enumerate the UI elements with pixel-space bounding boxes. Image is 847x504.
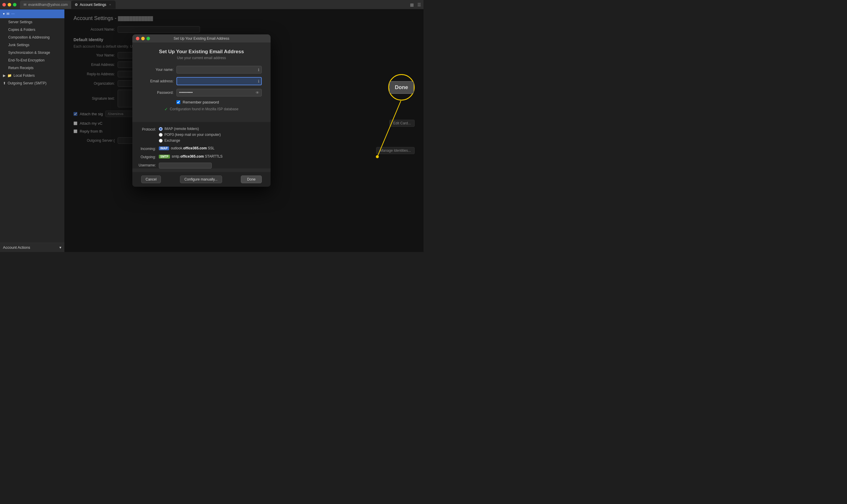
config-found-row: ✓ Configuration found in Mozilla ISP dat… — [141, 107, 262, 111]
username-label: Username: — [132, 163, 156, 167]
sidebar-item-outgoing-smtp[interactable]: ⬆ Outgoing Server (SMTP) — [0, 79, 65, 87]
imap-badge: IMAP — [159, 146, 169, 150]
dialog-heading: Set Up Your Existing Email Address — [141, 49, 262, 55]
remember-password-checkbox[interactable] — [177, 100, 180, 104]
tab-mail[interactable]: ✉ evankillham@yahoo.com — [20, 1, 71, 9]
sidebar-item-sync-storage[interactable]: Synchronization & Storage — [0, 49, 65, 56]
done-button-dialog[interactable]: Done — [241, 176, 262, 183]
outgoing-server-text: smtp.office365.com STARTTLS — [172, 155, 223, 159]
dialog-subheading: Use your current email address — [141, 56, 262, 60]
minimize-traffic-light[interactable] — [8, 3, 11, 6]
sidebar-item-copies-folders[interactable]: Copies & Folders — [0, 26, 65, 34]
dialog-minimize-light[interactable] — [141, 37, 145, 40]
dialog-password-input[interactable] — [177, 89, 262, 96]
done-button-highlighted[interactable]: Done — [390, 81, 414, 94]
dialog-password-label: Password: — [141, 91, 174, 95]
dialog-password-input-wrapper: 👁 — [177, 89, 262, 96]
traffic-lights — [2, 3, 16, 6]
remember-password-label: Remember password — [183, 100, 219, 104]
dialog-maximize-light[interactable] — [146, 37, 150, 40]
configure-manually-button[interactable]: Configure manually... — [180, 176, 222, 183]
local-folders-label: Local Folders — [14, 73, 35, 78]
dialog-email-label: Email address: — [141, 79, 174, 83]
dialog-password-field: Password: 👁 — [141, 89, 262, 96]
setup-email-dialog: Set Up Your Existing Email Address Set U… — [132, 34, 271, 187]
dialog-your-name-input[interactable] — [177, 66, 262, 73]
dialog-email-input[interactable] — [177, 77, 262, 85]
dialog-body: Set Up Your Existing Email Address Use y… — [132, 43, 271, 122]
incoming-label: Incoming: — [132, 146, 156, 151]
outgoing-label: Outgoing: — [132, 155, 156, 159]
sidebar-item-server-settings[interactable]: Server Settings — [0, 18, 65, 26]
dialog-close-light[interactable] — [136, 37, 139, 40]
checkmark-icon: ✓ — [164, 107, 168, 111]
tab-settings-label: Account Settings — [80, 3, 106, 7]
maximize-traffic-light[interactable] — [13, 3, 16, 6]
account-actions-label: Account Actions — [3, 245, 30, 250]
close-traffic-light[interactable] — [2, 3, 6, 6]
smtp-icon: ⬆ — [3, 81, 6, 85]
tab-bar: ✉ evankillham@yahoo.com ⚙ Account Settin… — [20, 0, 410, 10]
dialog-your-name-label: Your name: — [141, 68, 174, 72]
eye-icon[interactable]: 👁 — [256, 91, 259, 95]
sidebar-account-item[interactable]: ▾ ✉ — [0, 10, 65, 18]
pop3-label: POP3 (keep mail on your computer) — [164, 132, 220, 137]
imap-label: IMAP (remote folders) — [164, 127, 199, 131]
exchange-option[interactable]: Exchange — [159, 139, 220, 143]
exchange-label: Exchange — [164, 139, 180, 143]
chevron-down-icon: ▾ — [3, 12, 5, 16]
sidebar-item-composition-addressing[interactable]: Composition & Addressing — [0, 34, 65, 41]
pop3-radio[interactable] — [159, 133, 163, 137]
tab-mail-label: evankillham@yahoo.com — [28, 3, 68, 7]
settings-icon: ⚙ — [75, 3, 78, 7]
sidebar-server-settings-label: Server Settings — [8, 20, 32, 24]
protocol-options: IMAP (remote folders) POP3 (keep mail on… — [159, 127, 220, 143]
exchange-radio[interactable] — [159, 139, 163, 143]
dialog-email-field: Email address: ℹ — [141, 77, 262, 85]
titlebar-icons: ▦ ☰ — [410, 2, 421, 7]
dialog-your-name-field: Your name: ℹ — [141, 66, 262, 73]
protocol-row: Protocol: IMAP (remote folders) POP3 (ke… — [132, 127, 271, 143]
account-name-badge — [11, 14, 15, 14]
username-row: Username: — [132, 163, 271, 168]
dialog-titlebar: Set Up Your Existing Email Address — [132, 34, 271, 43]
outgoing-server-row: Outgoing: SMTP smtp.office365.com STARTT… — [132, 155, 271, 159]
smtp-badge: SMTP — [159, 155, 170, 159]
outgoing-server-info: SMTP smtp.office365.com STARTTLS — [159, 155, 223, 159]
folder-icon: 📁 — [7, 73, 12, 78]
dialog-footer: Cancel Configure manually... Done — [132, 172, 271, 187]
dialog-email-input-wrapper: ℹ — [177, 77, 262, 85]
sidebar-composition-label: Composition & Addressing — [8, 35, 50, 39]
sidebar-item-local-folders[interactable]: ▶ 📁 Local Folders — [0, 72, 65, 79]
incoming-server-text: outlook.office365.com SSL — [171, 146, 214, 150]
sidebar-e2e-label: End-To-End Encryption — [8, 58, 44, 62]
outgoing-server-label: Outgoing Server (SMTP) — [8, 81, 47, 85]
cancel-button[interactable]: Cancel — [141, 176, 161, 183]
mail-icon: ✉ — [23, 3, 26, 7]
username-input[interactable] — [159, 163, 212, 168]
imap-option[interactable]: IMAP (remote folders) — [159, 127, 220, 131]
sidebar-sync-label: Synchronization & Storage — [8, 51, 50, 55]
dialog-title: Set Up Your Existing Email Address — [174, 36, 229, 40]
list-icon[interactable]: ☰ — [417, 2, 421, 7]
remember-password-row: Remember password — [177, 100, 262, 104]
mail-sidebar-icon: ✉ — [6, 12, 10, 16]
calendar-icon[interactable]: ▦ — [410, 2, 414, 7]
sidebar-item-return-receipts[interactable]: Return Receipts — [0, 64, 65, 72]
config-found-text: Configuration found in Mozilla ISP datab… — [170, 107, 238, 111]
chevron-right-icon: ▶ — [3, 73, 5, 78]
sidebar-item-e2e-encryption[interactable]: End-To-End Encryption — [0, 56, 65, 64]
sidebar-copies-folders-label: Copies & Folders — [8, 28, 35, 32]
incoming-server-info: IMAP outlook.office365.com SSL — [159, 146, 214, 150]
sidebar-item-junk-settings[interactable]: Junk Settings — [0, 41, 65, 49]
tab-account-settings[interactable]: ⚙ Account Settings × — [71, 1, 115, 9]
protocol-label: Protocol: — [132, 127, 156, 131]
incoming-server-row: Incoming: IMAP outlook.office365.com SSL — [132, 146, 271, 151]
imap-radio[interactable] — [159, 127, 163, 131]
sidebar-junk-label: Junk Settings — [8, 43, 30, 47]
account-actions-button[interactable]: Account Actions ▾ — [0, 242, 65, 252]
pop3-option[interactable]: POP3 (keep mail on your computer) — [159, 132, 220, 137]
content-area: Account Settings - ████████████ Account … — [65, 10, 424, 252]
titlebar: ✉ evankillham@yahoo.com ⚙ Account Settin… — [0, 0, 424, 10]
tab-close-icon[interactable]: × — [108, 3, 112, 7]
